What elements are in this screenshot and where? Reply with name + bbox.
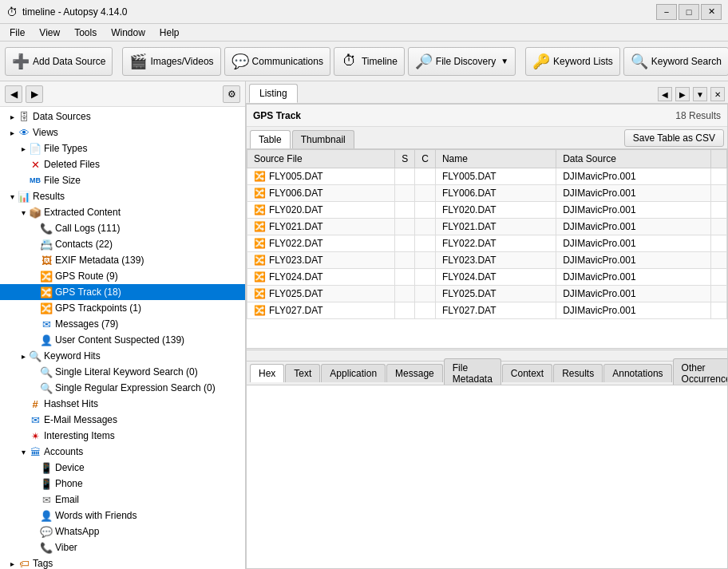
table-row[interactable]: 🔀FLY025.DAT FLY025.DAT DJIMavicPro.001 (247, 286, 727, 302)
images-videos-button[interactable]: 🎬 Images/Videos (122, 47, 220, 76)
subtab-thumbnail[interactable]: Thumbnail (292, 130, 354, 148)
keyword-search-button[interactable]: 🔍 Keyword Search (623, 47, 728, 76)
bottom-tab-text[interactable]: Text (285, 364, 320, 382)
cell-extra (711, 168, 727, 185)
sidebar-item-words-with-friends[interactable]: 👤 Words with Friends (0, 508, 245, 524)
col-header-source-file[interactable]: Source File (247, 150, 395, 168)
tab-listing[interactable]: Listing (249, 84, 298, 103)
file-size-icon: MB (29, 174, 42, 187)
expand-icon[interactable]: ▾ (6, 192, 18, 201)
menu-item-window[interactable]: Window (105, 26, 152, 40)
expand-icon[interactable]: ▸ (6, 113, 18, 121)
bottom-tab-annotations[interactable]: Annotations (603, 364, 671, 382)
sidebar-item-device[interactable]: 📱 Device (0, 460, 245, 476)
save-table-button[interactable]: Save Table as CSV (624, 129, 724, 147)
menu-item-help[interactable]: Help (153, 26, 186, 40)
subtab-table[interactable]: Table (250, 130, 291, 148)
single-regex-icon: 🔍 (40, 381, 53, 394)
tab-nav-next-button[interactable]: ▶ (675, 87, 690, 101)
communications-button[interactable]: 💬 Communications (224, 47, 330, 76)
sidebar-item-interesting-items[interactable]: ✴ Interesting Items (0, 428, 245, 444)
keyword-lists-button[interactable]: 🔑 Keyword Lists (525, 47, 620, 76)
sidebar-item-hashset-hits[interactable]: # Hashset Hits (0, 396, 245, 412)
sidebar-item-messages[interactable]: ✉ Messages (79) (0, 316, 245, 332)
close-button[interactable]: ✕ (701, 4, 722, 20)
table-row[interactable]: 🔀FLY022.DAT FLY022.DAT DJIMavicPro.001 (247, 235, 727, 252)
phone-icon: 📱 (40, 477, 53, 490)
bottom-tab-hex[interactable]: Hex (250, 364, 284, 382)
table-row[interactable]: 🔀FLY027.DAT FLY027.DAT DJIMavicPro.001 (247, 302, 727, 319)
sidebar-item-gps-track[interactable]: 🔀 GPS Track (18) (0, 284, 245, 300)
cell-extra (711, 235, 727, 252)
sidebar-item-file-types[interactable]: ▸ 📄 File Types (0, 140, 245, 156)
sidebar-item-phone[interactable]: 📱 Phone (0, 476, 245, 492)
expand-icon[interactable]: ▸ (18, 144, 29, 153)
sidebar-item-views[interactable]: ▸ 👁 Views (0, 124, 245, 140)
add-data-source-button[interactable]: ➕ Add Data Source (5, 47, 113, 76)
bottom-tab-results[interactable]: Results (553, 364, 603, 382)
sidebar-item-call-logs[interactable]: 📞 Call Logs (111) (0, 220, 245, 236)
sidebar-item-deleted-files[interactable]: ✕ Deleted Files (0, 156, 245, 172)
col-header-name[interactable]: Name (435, 150, 556, 168)
sidebar-item-accounts[interactable]: ▾ 🏛 Accounts (0, 444, 245, 460)
expand-icon[interactable]: ▸ (18, 352, 29, 361)
expand-icon[interactable]: ▾ (18, 208, 29, 217)
table-row[interactable]: 🔀FLY005.DAT FLY005.DAT DJIMavicPro.001 (247, 168, 727, 185)
cell-s (395, 219, 415, 235)
maximize-button[interactable]: □ (679, 4, 699, 20)
col-header-c[interactable]: C (415, 150, 436, 168)
sidebar-item-gps-trackpoints[interactable]: 🔀 GPS Trackpoints (1) (0, 300, 245, 316)
sidebar-item-keyword-hits[interactable]: ▸ 🔍 Keyword Hits (0, 348, 245, 364)
cell-s (395, 302, 415, 319)
table-row[interactable]: 🔀FLY024.DAT FLY024.DAT DJIMavicPro.001 (247, 269, 727, 286)
table-row[interactable]: 🔀FLY006.DAT FLY006.DAT DJIMavicPro.001 (247, 185, 727, 202)
data-table-container[interactable]: Source File S C Name Data Source 🔀FLY005… (247, 149, 727, 348)
call-logs-icon: 📞 (40, 222, 53, 235)
tab-nav-prev-button[interactable]: ◀ (658, 87, 672, 101)
menu-item-tools[interactable]: Tools (68, 26, 103, 40)
table-row[interactable]: 🔀FLY021.DAT FLY021.DAT DJIMavicPro.001 (247, 219, 727, 235)
table-row[interactable]: 🔀FLY023.DAT FLY023.DAT DJIMavicPro.001 (247, 252, 727, 269)
sidebar-item-file-size[interactable]: MB File Size (0, 172, 245, 188)
bottom-tab-file-metadata[interactable]: File Metadata (444, 358, 501, 388)
tab-close-button[interactable]: ✕ (710, 87, 725, 101)
menu-item-view[interactable]: View (33, 26, 66, 40)
cell-source-file: 🔀FLY027.DAT (247, 302, 395, 319)
sidebar-item-exif-metadata[interactable]: 🖼 EXIF Metadata (139) (0, 252, 245, 268)
sidebar-item-viber[interactable]: 📞 Viber (0, 539, 245, 555)
sidebar-item-user-content-suspected[interactable]: 👤 User Content Suspected (139) (0, 332, 245, 348)
col-header-data-source[interactable]: Data Source (556, 150, 711, 168)
sidebar-item-whatsapp[interactable]: 💬 WhatsApp (0, 524, 245, 539)
expand-icon[interactable]: ▸ (6, 128, 18, 137)
sidebar-item-contacts[interactable]: 📇 Contacts (22) (0, 236, 245, 252)
bottom-tab-other-occurrences[interactable]: Other Occurrences (673, 358, 728, 388)
timeline-button[interactable]: ⏱ Timeline (334, 47, 405, 76)
sidebar-item-data-sources[interactable]: ▸ 🗄 Data Sources (0, 109, 245, 124)
bottom-tab-application[interactable]: Application (321, 364, 386, 382)
sidebar-item-tags[interactable]: ▸ 🏷 Tags (0, 555, 245, 569)
viber-icon: 📞 (40, 541, 53, 554)
menu-item-file[interactable]: File (3, 26, 31, 40)
bottom-tab-context[interactable]: Context (502, 364, 552, 382)
messages-icon: ✉ (40, 318, 53, 330)
tab-nav-dropdown-button[interactable]: ▼ (693, 87, 707, 101)
bottom-tab-message[interactable]: Message (386, 364, 443, 382)
sidebar-item-email-acc[interactable]: ✉ Email (0, 492, 245, 508)
gps-track-row-icon: 🔀 (254, 221, 266, 232)
back-button[interactable]: ◀ (5, 85, 22, 103)
col-header-s[interactable]: S (395, 150, 415, 168)
sidebar-item-gps-route[interactable]: 🔀 GPS Route (9) (0, 268, 245, 284)
expand-icon[interactable]: ▾ (18, 448, 29, 456)
sidebar-item-single-regex[interactable]: 🔍 Single Regular Expression Search (0) (0, 380, 245, 396)
sidebar-item-single-literal[interactable]: 🔍 Single Literal Keyword Search (0) (0, 364, 245, 380)
sidebar-gear-button[interactable]: ⚙ (223, 85, 240, 103)
sidebar-item-email-messages[interactable]: ✉ E-Mail Messages (0, 412, 245, 428)
sidebar-item-results[interactable]: ▾ 📊 Results (0, 188, 245, 204)
file-discovery-button[interactable]: 🔎 File Discovery ▼ (408, 47, 516, 76)
sidebar-item-extracted-content[interactable]: ▾ 📦 Extracted Content (0, 204, 245, 220)
tags-icon: 🏷 (18, 557, 30, 569)
expand-icon[interactable]: ▸ (6, 559, 18, 568)
forward-button[interactable]: ▶ (26, 85, 43, 103)
table-row[interactable]: 🔀FLY020.DAT FLY020.DAT DJIMavicPro.001 (247, 202, 727, 219)
minimize-button[interactable]: − (656, 4, 677, 20)
